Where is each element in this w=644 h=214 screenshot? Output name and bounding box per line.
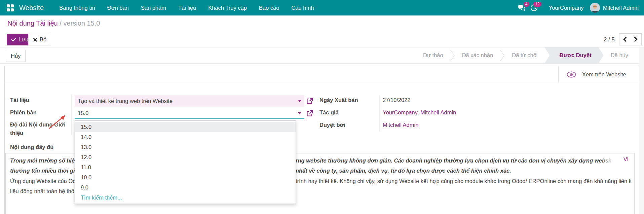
- user-menu[interactable]: Mitchell Admin: [603, 5, 639, 11]
- navbar-right: 4 12 YourCompany Mitchell Admin: [516, 2, 644, 13]
- x-icon: [33, 38, 37, 42]
- menu-item-settings[interactable]: Cấu hình: [285, 0, 320, 15]
- chevron-left-icon: [623, 37, 627, 42]
- translation-language-badge[interactable]: VI: [623, 156, 629, 163]
- status-step-confirmed[interactable]: Đã xác nhận: [455, 47, 500, 63]
- menu-item-visitors[interactable]: Khách Truy cập: [202, 0, 253, 15]
- menu-item-orders[interactable]: Đơn bán: [101, 0, 135, 15]
- status-step-draft[interactable]: Dự thảo: [416, 47, 450, 63]
- dropdown-option-11[interactable]: 11.0: [75, 162, 296, 172]
- menu-item-products[interactable]: Sản phẩm: [135, 0, 172, 15]
- annotation-arrow: [46, 113, 69, 131]
- status-steps: Dự thảo Đã xác nhận Đã từ chối Được Duyệ…: [416, 47, 635, 63]
- step-separator-icon: [450, 49, 455, 62]
- breadcrumb-parent-link[interactable]: Nội dung Tài liệu: [7, 20, 58, 27]
- dropdown-option-15[interactable]: 15.0: [75, 122, 296, 132]
- version-dropdown-menu: 15.0 14.0 13.0 12.0 11.0 10.0 9.0 Tìm ki…: [75, 120, 296, 204]
- cancel-button[interactable]: Hủy: [6, 50, 26, 62]
- menu-item-dashboard[interactable]: Bảng thông tin: [53, 0, 101, 15]
- document-field-label: Tài liệu: [10, 97, 29, 103]
- save-button-label: Lưu: [18, 36, 28, 43]
- status-step-cancelled[interactable]: Đã hủy: [604, 47, 635, 63]
- open-record-icon[interactable]: [306, 98, 313, 104]
- content-text-fragment: Ứng dụng Website của Odo: [10, 177, 76, 185]
- version-input-value: 15.0: [78, 110, 88, 116]
- content-text-fragment: rng website thường không đơn giản. Các d…: [296, 156, 611, 165]
- top-navbar: Website Bảng thông tin Đơn bán Sản phẩm …: [0, 0, 644, 15]
- version-input[interactable]: 15.0: [75, 108, 304, 119]
- approved-by-field-label: Duyệt bởi: [319, 122, 345, 128]
- approved-by-value-link[interactable]: Mitchell Admin: [383, 122, 418, 128]
- dropdown-option-9[interactable]: 9.0: [75, 182, 296, 192]
- content-text-fragment: trình hay thiết kế. Không chỉ vậy, sử dụ…: [296, 177, 632, 185]
- breadcrumb-current: version 15.0: [63, 20, 100, 27]
- breadcrumb: Nội dung Tài liệu / version 15.0: [7, 20, 100, 27]
- full-content-field-label: Nội dung đầy đủ: [10, 144, 53, 150]
- main-menu: Bảng thông tin Đơn bán Sản phẩm Tài liệu…: [53, 0, 320, 15]
- status-step-rejected[interactable]: Đã từ chối: [505, 47, 544, 63]
- check-icon: [11, 36, 16, 41]
- dropdown-option-14[interactable]: 14.0: [75, 132, 296, 142]
- publish-date-field-label: Ngày Xuất bản: [319, 97, 358, 103]
- dropdown-option-13[interactable]: 13.0: [75, 142, 296, 152]
- document-input-value: Tạo và thiết kế trang web trên Website: [78, 98, 173, 104]
- view-on-website-button[interactable]: Xem trên Website: [558, 66, 639, 83]
- content-text-fragment: thường tốn nhiều thời gian: [10, 167, 76, 175]
- author-field-label: Tác giả: [319, 109, 339, 116]
- view-on-website-label: Xem trên Website: [582, 71, 626, 78]
- company-switcher[interactable]: YourCompany: [549, 5, 584, 11]
- cell-divider: [379, 95, 380, 132]
- status-step-approved-active[interactable]: Được Duyệt: [545, 47, 604, 63]
- activities-badge: 12: [533, 2, 541, 7]
- apps-menu-icon[interactable]: [7, 4, 14, 11]
- caret-down-icon[interactable]: [298, 112, 301, 114]
- discard-button[interactable]: Bỏ: [28, 34, 51, 45]
- pager-counter: 2 / 5: [604, 36, 615, 43]
- caret-down-icon[interactable]: [298, 100, 301, 102]
- eye-icon: [567, 71, 576, 78]
- open-record-icon[interactable]: [306, 110, 313, 117]
- text-fade-overlay: [600, 155, 617, 164]
- pager-previous-button[interactable]: [619, 33, 631, 45]
- activities-icon[interactable]: 12: [528, 2, 540, 13]
- dropdown-option-10[interactable]: 10.0: [75, 172, 296, 182]
- pager-next-button[interactable]: [630, 33, 642, 45]
- dropdown-search-more[interactable]: Tìm kiếm thêm...: [75, 192, 296, 203]
- step-separator-icon: [500, 49, 505, 62]
- content-text-fragment: Trong môi trường số hiện n: [10, 156, 76, 165]
- dropdown-option-12[interactable]: 12.0: [75, 152, 296, 162]
- statusbar: Hủy Dự thảo Đã xác nhận Đã từ chối Được …: [0, 47, 644, 64]
- menu-item-documents[interactable]: Tài liệu: [172, 0, 202, 15]
- content-text-fragment: liệu đồng nhất toàn hệ thố: [10, 187, 76, 195]
- discard-button-label: Bỏ: [40, 36, 46, 43]
- app-brand[interactable]: Website: [19, 4, 44, 12]
- cell-divider: [71, 95, 72, 135]
- document-input[interactable]: Tạo và thiết kế trang web trên Website: [75, 95, 304, 107]
- menu-item-reports[interactable]: Báo cáo: [253, 0, 286, 15]
- messages-icon[interactable]: 4: [516, 2, 528, 13]
- content-text-fragment: nhất về công ty, sản phẩm, dịch vụ, từ đ…: [296, 167, 511, 175]
- chevron-right-icon: [634, 37, 638, 42]
- button-box-divider: [5, 83, 639, 83]
- version-field-label: Phiên bản: [10, 109, 37, 116]
- user-avatar[interactable]: [590, 3, 600, 13]
- vertical-scrollbar[interactable]: [639, 47, 644, 214]
- breadcrumb-separator: /: [60, 20, 63, 27]
- publish-date-value[interactable]: 27/10/2022: [383, 97, 411, 103]
- author-value-link[interactable]: YourCompany, Mitchell Admin: [383, 109, 456, 116]
